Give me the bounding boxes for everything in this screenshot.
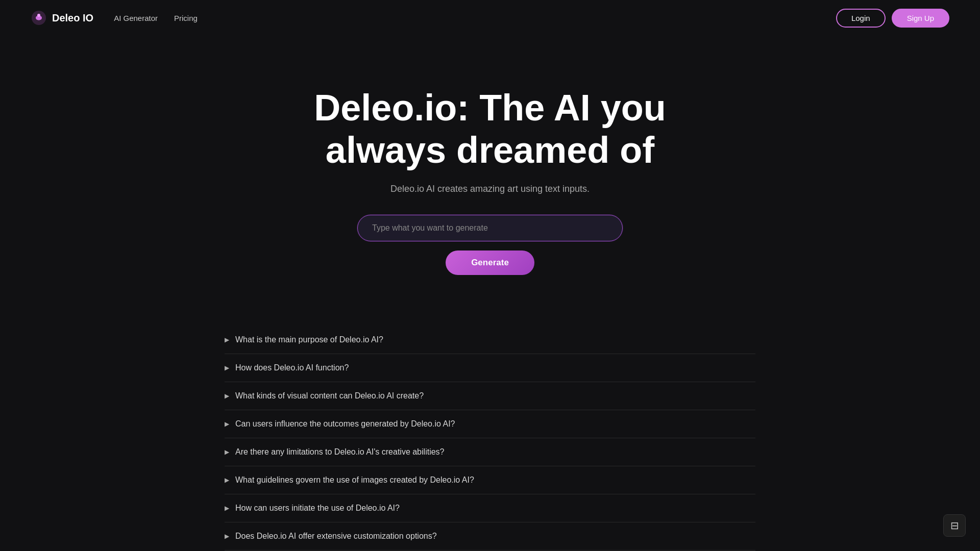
faq-item[interactable]: ▶What kinds of visual content can Deleo.… (225, 382, 755, 410)
generate-input[interactable] (357, 215, 623, 241)
chat-button[interactable]: ⊟ (943, 514, 966, 537)
hero-subtitle: Deleo.io AI creates amazing art using te… (390, 184, 590, 194)
faq-arrow-icon: ▶ (225, 477, 229, 484)
faq-question-text: How does Deleo.io AI function? (235, 363, 349, 372)
faq-question-text: What kinds of visual content can Deleo.i… (235, 391, 424, 400)
logo-link[interactable]: Deleo IO (31, 10, 93, 26)
faq-question-text: What guidelines govern the use of images… (235, 475, 474, 485)
navbar-left: Deleo IO AI Generator Pricing (31, 10, 198, 26)
logo-icon (31, 10, 47, 26)
navbar: Deleo IO AI Generator Pricing Login Sign… (0, 0, 980, 36)
faq-question-text: Are there any limitations to Deleo.io AI… (235, 447, 444, 457)
generate-button[interactable]: Generate (446, 251, 534, 275)
svg-point-1 (37, 14, 40, 17)
navbar-right: Login Sign Up (836, 9, 949, 28)
faq-arrow-icon: ▶ (225, 448, 229, 456)
faq-question-text: Does Deleo.io AI offer extensive customi… (235, 532, 437, 541)
nav-ai-generator[interactable]: AI Generator (114, 14, 158, 22)
faq-item[interactable]: ▶What guidelines govern the use of image… (225, 466, 755, 494)
nav-links: AI Generator Pricing (114, 14, 198, 22)
hero-section: Deleo.io: The AI you always dreamed of D… (0, 36, 980, 306)
faq-arrow-icon: ▶ (225, 505, 229, 512)
login-button[interactable]: Login (836, 9, 886, 28)
faq-arrow-icon: ▶ (225, 392, 229, 399)
logo-text: Deleo IO (52, 12, 93, 24)
faq-question-text: What is the main purpose of Deleo.io AI? (235, 335, 383, 344)
faq-item[interactable]: ▶How can users initiate the use of Deleo… (225, 494, 755, 522)
chat-icon: ⊟ (950, 519, 959, 532)
nav-pricing[interactable]: Pricing (174, 14, 198, 22)
faq-question-text: How can users initiate the use of Deleo.… (235, 504, 400, 513)
faq-arrow-icon: ▶ (225, 533, 229, 540)
faq-item[interactable]: ▶Does Deleo.io AI offer extensive custom… (225, 522, 755, 550)
faq-item[interactable]: ▶Are there any limitations to Deleo.io A… (225, 438, 755, 466)
faq-item[interactable]: ▶Can users influence the outcomes genera… (225, 410, 755, 438)
faq-item[interactable]: ▶How does Deleo.io AI function? (225, 354, 755, 382)
faq-arrow-icon: ▶ (225, 364, 229, 371)
signup-button[interactable]: Sign Up (892, 9, 949, 28)
generate-input-wrapper (357, 215, 623, 241)
generate-form: Generate (0, 215, 980, 275)
faq-item[interactable]: ▶What is the main purpose of Deleo.io AI… (225, 326, 755, 354)
faq-arrow-icon: ▶ (225, 420, 229, 428)
faq-arrow-icon: ▶ (225, 336, 229, 343)
hero-title: Deleo.io: The AI you always dreamed of (260, 87, 720, 171)
faq-question-text: Can users influence the outcomes generat… (235, 419, 455, 429)
faq-section: ▶What is the main purpose of Deleo.io AI… (184, 306, 796, 551)
